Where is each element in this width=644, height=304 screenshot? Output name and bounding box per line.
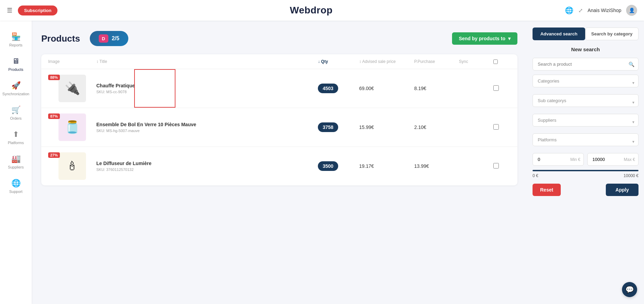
main-wrapper: Products D 2/5 Send by products to ▾ Ima… [32,21,644,304]
product-qty-1: 4503 [318,84,359,93]
price-range-row: Min € Max € [533,153,638,166]
col-qty[interactable]: ↓ Qty [318,59,359,64]
hamburger-icon[interactable]: ☰ [7,7,12,14]
product-info-1: Chauffe Pratique SKU: MS-cc-9078 [96,83,318,94]
sidebar-label-reports: Reports [9,43,23,47]
support-icon: 🌐 [11,179,21,188]
chat-bubble-button[interactable]: 💬 [622,282,637,297]
reports-icon: 🏪 [11,32,21,41]
discount-badge-2: 87% [48,113,60,119]
col-image: Image [48,59,96,64]
product-title-3: Le Diffuseur de Lumière [96,161,318,166]
product-sku-2: SKU: MS-hg-5007-mauve [96,129,318,133]
qty-badge-1: 4503 [318,84,338,93]
app-logo: Webdrop [290,5,333,16]
product-image-cell-2: 87% 🫙 [48,113,96,141]
advised-price-3: 19.17€ [359,163,414,169]
sidebar-item-platforms[interactable]: ⬆ Platforms [0,125,32,150]
sidebar-item-synchronization[interactable]: 🚀 Synchronization [0,76,32,101]
discount-badge-3: 27% [48,152,60,158]
product-image-2: 🫙 [58,113,86,141]
apply-button[interactable]: Apply [606,184,638,196]
search-product-input[interactable] [533,58,638,70]
sidebar-item-suppliers[interactable]: 🏭 Suppliers [0,150,32,174]
tab-advanced-search[interactable]: Advanced search [533,28,585,40]
sidebar-label-products: Products [8,67,23,72]
qty-badge-3: 3500 [318,161,338,171]
page-header: Products D 2/5 Send by products to ▾ [41,31,517,46]
product-qty-2: 3758 [318,122,359,132]
sidebar-label-platforms: Platforms [8,141,24,145]
sidebar-label-suppliers: Suppliers [8,165,24,169]
col-title[interactable]: ↕ Title [96,59,318,64]
product-image-3: 🕯 [58,152,86,180]
purchase-price-3: 13.99€ [414,163,459,169]
min-price-wrap: Min € [533,153,584,166]
new-search-label: New search [533,46,638,52]
product-sku-1: SKU: MS-cc-9078 [96,90,318,94]
sidebar-label-support: Support [9,189,23,194]
product-image-1: 🔌 [58,75,86,102]
sub-categories-select[interactable]: Sub categorys [533,94,638,107]
product-info-2: Ensemble De Bol En Verre 10 Pièces Mauve… [96,122,318,133]
sub-categories-select-wrap: Sub categorys [533,94,638,110]
expand-icon[interactable]: ⤢ [578,7,583,14]
sidebar-item-support[interactable]: 🌐 Support [0,174,32,198]
supplier-badge-icon: D [99,34,108,43]
suppliers-select[interactable]: Suppliers [533,114,638,127]
categories-select[interactable]: Categories [533,75,638,87]
purchase-price-2: 2.10€ [414,124,459,130]
select-all-checkbox[interactable] [493,59,498,64]
sidebar-item-reports[interactable]: 🏪 Reports [0,28,32,52]
sidebar-item-products[interactable]: 🖥 Products [0,52,32,76]
sidebar: 🏪 Reports 🖥 Products 🚀 Synchronization 🛒… [0,21,32,304]
advised-price-2: 15.99€ [359,124,414,130]
range-min-display: 0 € [533,173,538,178]
avatar[interactable]: 👤 [626,5,637,16]
range-labels: 0 € 10000 € [533,173,638,178]
synchronization-icon: 🚀 [11,81,21,90]
right-panel: Advanced search Search by category New s… [527,21,644,304]
send-button-label: Send by products to [459,36,505,41]
suppliers-icon: 🏭 [11,154,21,163]
search-input-wrap: 🔍 [533,58,638,70]
platforms-icon: ⬆ [13,130,19,139]
row-checkbox-2[interactable] [493,124,511,131]
product-sku-3: SKU: 3760112570132 [96,167,318,172]
subscription-button[interactable]: Subscription [18,6,57,15]
col-sync: Sync [459,59,493,64]
language-icon[interactable]: 🌐 [565,6,573,14]
max-price-label: Max € [624,157,635,162]
min-price-label: Min € [570,157,580,162]
search-icon: 🔍 [629,62,634,67]
search-tabs: Advanced search Search by category [533,28,638,40]
purchase-price-1: 8.19€ [414,86,459,91]
orders-icon: 🛒 [11,106,21,115]
row-checkbox-3[interactable] [493,163,511,170]
page-title: Products [41,33,80,44]
product-info-3: Le Diffuseur de Lumière SKU: 37601125701… [96,161,318,172]
tab-search-by-category[interactable]: Search by category [585,28,638,40]
supplier-count: 2/5 [112,35,119,42]
col-checkbox[interactable] [493,59,511,64]
sidebar-item-orders[interactable]: 🛒 Orders [0,101,32,125]
page-header-left: Products D 2/5 [41,31,128,46]
supplier-badge[interactable]: D 2/5 [90,31,128,46]
topnav-left: ☰ Subscription [7,6,57,15]
sidebar-label-synchronization: Synchronization [2,92,29,96]
products-icon: 🖥 [12,57,20,66]
platforms-select-wrap: Platforms [533,133,638,150]
suppliers-select-wrap: Suppliers [533,114,638,130]
reset-button[interactable]: Reset [533,184,561,196]
table-row: 88% 🔌 Chauffe Pratique SKU: MS-cc-9078 4… [41,69,517,108]
user-name: Anais WiziShop [588,8,621,13]
col-advised-price[interactable]: ↕ Advised sale price [359,59,414,64]
content-area: Products D 2/5 Send by products to ▾ Ima… [32,21,527,304]
table-row: 27% 🕯 Le Diffuseur de Lumière SKU: 37601… [41,147,517,185]
col-purchase: P.Purchase [414,59,459,64]
row-checkbox-1[interactable] [493,85,511,92]
platforms-select[interactable]: Platforms [533,133,638,146]
send-products-button[interactable]: Send by products to ▾ [452,32,517,45]
sidebar-label-orders: Orders [10,116,22,120]
qty-badge-2: 3758 [318,122,338,132]
